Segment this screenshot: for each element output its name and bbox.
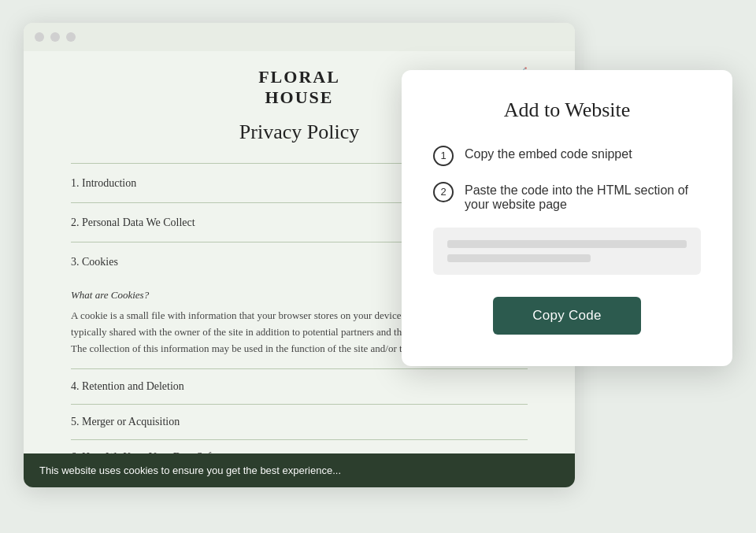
modal-title: Add to Website	[433, 98, 701, 122]
scene: FLORAL HOUSE 🛒 Privacy Policy 1. Introdu…	[24, 23, 732, 511]
modal-step-2: 2 Paste the code into the HTML section o…	[433, 182, 701, 212]
step-2-circle: 2	[433, 182, 454, 202]
accordion-label: 4. Retention and Deletion	[71, 380, 184, 393]
code-snippet-box	[433, 228, 701, 275]
accordion-item-merger[interactable]: 5. Merger or Acquisition	[71, 404, 528, 439]
accordion-label: 1. Introduction	[71, 177, 136, 190]
traffic-light-red[interactable]	[35, 32, 44, 42]
modal-panel: Add to Website 1 Copy the embed code sni…	[402, 70, 732, 366]
step-1-circle: 1	[433, 146, 454, 166]
traffic-light-green[interactable]	[66, 32, 76, 42]
cookie-banner: This website uses cookies to ensure you …	[24, 453, 575, 487]
code-line-2	[447, 254, 591, 262]
step-1-text: Copy the embed code snippet	[465, 146, 632, 161]
accordion-item-retention[interactable]: 4. Retention and Deletion	[71, 368, 528, 404]
accordion-label: 2. Personal Data We Collect	[71, 217, 195, 229]
accordion-label: 3. Cookies	[71, 256, 118, 268]
copy-code-button[interactable]: Copy Code	[493, 297, 641, 335]
traffic-light-yellow[interactable]	[50, 32, 60, 42]
step-2-text: Paste the code into the HTML section of …	[465, 182, 701, 212]
code-line-1	[447, 240, 687, 248]
browser-titlebar	[24, 23, 575, 51]
logo: FLORAL HOUSE	[258, 67, 340, 109]
accordion-label: 5. Merger or Acquisition	[71, 416, 180, 428]
modal-step-1: 1 Copy the embed code snippet	[433, 146, 701, 166]
cookie-banner-text: This website uses cookies to ensure you …	[39, 465, 341, 476]
